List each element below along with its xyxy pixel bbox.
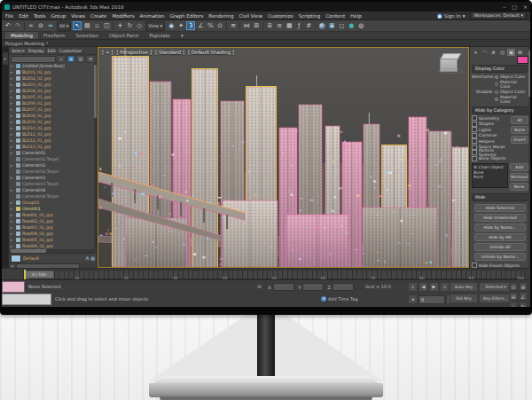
rollout-hide-by-category[interactable]: Hide by Category	[472, 106, 528, 114]
layer-color-swatch[interactable]	[11, 255, 21, 263]
viewcube-ring[interactable]	[438, 68, 463, 74]
explorer-vertical-scrollbar[interactable]	[94, 63, 97, 249]
layer-manager-icon[interactable]: ≡	[275, 21, 284, 30]
coord-field-y[interactable]	[302, 283, 324, 291]
auto-key-button[interactable]: Auto Key	[450, 282, 478, 292]
menu-modifiers[interactable]: Modifiers	[112, 13, 134, 19]
schematic-view-icon[interactable]: #	[304, 21, 313, 30]
hide-unselectedbutton[interactable]: Hide Unselected	[474, 214, 526, 222]
window-crossing-icon[interactable]: ◫	[102, 21, 111, 30]
tree-row-camera004[interactable]: ▸Camera004	[9, 187, 97, 193]
expander-icon[interactable]: ▸	[11, 244, 14, 248]
key-filters-button[interactable]: Key Filters...	[479, 294, 512, 303]
tree-row-bld07_01_grp[interactable]: ▸BLD07_01_grp	[9, 106, 97, 113]
tab-modify-icon[interactable]: ◠	[481, 49, 489, 56]
expander-icon[interactable]: ▸	[11, 82, 14, 87]
expander-icon[interactable]: ▸	[11, 238, 14, 242]
expander-icon[interactable]: ▸	[11, 207, 14, 211]
orbit-icon[interactable]: ↻	[519, 302, 528, 307]
expander-icon[interactable]: ▾	[11, 64, 14, 68]
render-iterative-icon[interactable]: ◍	[356, 21, 365, 30]
tree-row-bld03_01_grp[interactable]: ▸BLD03_01_grp	[9, 82, 97, 88]
expander-icon[interactable]: ▸	[11, 219, 14, 224]
auto-layer-icon[interactable]: A	[86, 255, 89, 261]
perspective-viewport[interactable]: [ + ][ Perspective ][ Standard ][ Defaul…	[98, 47, 469, 268]
tree-row-road06_01_grp[interactable]: ▸Road06_01_grp	[9, 243, 97, 249]
curve-editor-icon[interactable]: ƒ	[294, 21, 303, 30]
mirror-icon[interactable]: ⋈	[242, 21, 251, 30]
bind-to-spacewarp-icon[interactable]: ≈	[46, 21, 55, 30]
display-toggle-icon[interactable]: ▦	[66, 55, 75, 63]
add-button[interactable]: Add	[510, 163, 528, 171]
select-by-name-icon[interactable]: ▤	[82, 21, 91, 30]
expander-icon[interactable]: ▸	[11, 114, 14, 118]
maxscript-mini-listener-white[interactable]	[2, 294, 51, 305]
polygon-modeling-panel[interactable]: Polygon Modeling	[5, 41, 44, 46]
time-slider-handle[interactable]: 0 / 100	[24, 271, 54, 278]
category-listbox[interactable]: IK Chain ObjectBonePoint	[472, 163, 508, 188]
expander-icon[interactable]: ▸	[11, 213, 14, 217]
menu-group[interactable]: Group	[51, 13, 66, 19]
expander-icon[interactable]: ▸	[11, 101, 14, 106]
explorer-horizontal-scrollbar[interactable]	[9, 249, 97, 253]
go-start-icon[interactable]: «	[408, 282, 418, 292]
viewport-menu-shading[interactable]: [ Default Shading ]	[188, 50, 234, 55]
time-slider-cursor[interactable]	[24, 270, 26, 279]
radio-material-color[interactable]: Material Color	[495, 95, 528, 104]
play-icon[interactable]: ▶	[429, 282, 439, 292]
rectangular-selection-icon[interactable]: ▫	[92, 21, 101, 30]
expander-icon[interactable]: ▸	[11, 225, 14, 230]
menu-graph-editors[interactable]: Graph Editors	[170, 13, 204, 19]
spinner-snap-icon[interactable]: ⊙	[215, 21, 224, 30]
expander-icon[interactable]: ▸	[11, 188, 14, 192]
unhide-by-name-button[interactable]: Unhide by Name...	[474, 253, 526, 261]
use-pivot-center-icon[interactable]: ◉	[167, 21, 176, 30]
tree-row-road01_01_grp[interactable]: ▸Road01_01_grp	[9, 212, 97, 218]
ribbon-tab-selection[interactable]: Selection	[71, 32, 104, 39]
set-key-button[interactable]: Set Key	[450, 294, 478, 303]
tree-row-bld12_01_grp[interactable]: ▸BLD12_01_grp	[9, 137, 97, 144]
expander-icon[interactable]: ▸	[11, 132, 14, 137]
menu-create[interactable]: Create	[90, 13, 106, 19]
viewport-layout-tabs[interactable]: ▸	[2, 47, 9, 268]
tree-row-bld10_01_grp[interactable]: ▸BLD10_01_grp	[9, 125, 97, 131]
tree-row-bld04_01_grp[interactable]: ▸BLD04_01_grp	[9, 88, 97, 94]
menu-views[interactable]: Views	[71, 13, 85, 19]
select-and-rotate-icon[interactable]: ↻	[125, 21, 134, 30]
check-bone-objects[interactable]: Bone Objects	[472, 156, 511, 162]
tree-row-bld11_01_grp[interactable]: ▸BLD11_01_grp	[9, 131, 97, 137]
tree-row-road03_01_grp[interactable]: ▸Road03_01_grp	[9, 224, 97, 231]
tree-row-camera001.target[interactable]: Camera001.Target	[9, 156, 97, 162]
tree-row-bld08_01_grp[interactable]: ▸BLD08_01_grp	[9, 113, 97, 119]
prev-key-icon[interactable]: ◂	[408, 294, 418, 304]
render-production-icon[interactable]: ●	[347, 21, 356, 30]
hide-by-name-button[interactable]: Hide by Name...	[474, 224, 526, 231]
viewport-layout-tab[interactable]: ▸	[3, 52, 8, 65]
rendered-frame-icon[interactable]: ◻	[337, 21, 346, 30]
reference-coordinate-dropdown[interactable]: View ▾	[145, 21, 165, 31]
rollout-hide[interactable]: Hide	[472, 193, 528, 201]
tree-row-camera002[interactable]: ▸Camera002	[9, 162, 97, 169]
none-button[interactable]: None	[511, 126, 528, 134]
object-color-swatch[interactable]	[517, 56, 528, 64]
align-icon[interactable]: ⊞	[252, 21, 261, 30]
render-setup-icon[interactable]: ▣	[327, 21, 336, 30]
expander-icon[interactable]: ▸	[11, 120, 14, 124]
tree-row-road04_01_grp[interactable]: ▸Road04_01_grp	[9, 231, 97, 237]
close-button[interactable]: ×	[523, 4, 528, 10]
pan-icon[interactable]: +	[509, 302, 518, 307]
ribbon-collapse-icon[interactable]: ▾	[176, 32, 189, 39]
viewport-menu-general[interactable]: [ + ]	[102, 50, 113, 55]
zoom-extents-icon[interactable]: ⊞	[509, 292, 518, 301]
tab-hierarchy-icon[interactable]: ⋔	[489, 49, 497, 56]
tree-row-bld02_01_grp[interactable]: ▸BLD02_01_grp	[9, 75, 97, 82]
select-and-manipulate-icon[interactable]: ✦	[176, 21, 185, 30]
named-selection-icon[interactable]: ≋	[229, 21, 238, 30]
menu-help[interactable]: Help	[350, 13, 362, 19]
none-list-button[interactable]: None	[510, 183, 528, 191]
expander-icon[interactable]: ▸	[11, 145, 14, 149]
expander-icon[interactable]: ▸	[11, 70, 14, 75]
angle-snap-icon[interactable]: ∠	[196, 21, 205, 30]
search-input[interactable]	[11, 56, 56, 63]
menu-rendering[interactable]: Rendering	[208, 13, 233, 19]
